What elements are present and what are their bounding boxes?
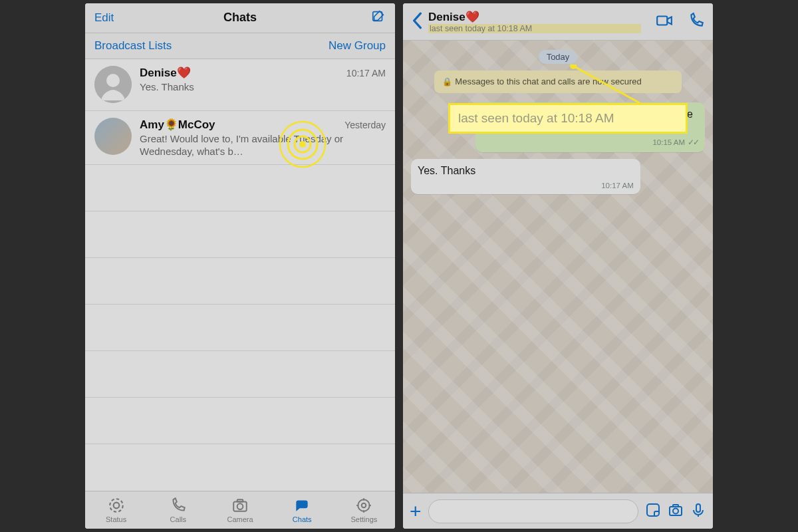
empty-row xyxy=(85,444,395,491)
empty-row xyxy=(85,398,395,444)
chats-title: Chats xyxy=(85,11,395,25)
peer-info[interactable]: Denise❤️ last seen today at 10:18 AM xyxy=(428,10,641,33)
status-icon xyxy=(108,497,125,514)
chat-row[interactable]: Denise❤️ 10:17 AM Yes. Thanks xyxy=(85,59,395,111)
chat-row[interactable]: Amy🌻McCoy Yesterday Great! Would love to… xyxy=(85,111,395,166)
chat-preview: Great! Would love to, I'm available Tues… xyxy=(140,133,386,158)
phone-icon xyxy=(170,497,187,514)
encryption-notice: 🔒Messages to this chat and calls are now… xyxy=(434,70,681,93)
tab-bar: Status Calls Camera Chats Settings xyxy=(85,491,395,529)
mic-icon xyxy=(690,502,706,518)
empty-row xyxy=(85,305,395,351)
video-icon xyxy=(656,12,673,29)
chat-preview: Yes. Thanks xyxy=(140,81,386,94)
svg-point-10 xyxy=(237,503,243,509)
chat-time: Yesterday xyxy=(344,120,386,130)
camera-icon xyxy=(231,497,249,514)
broadcast-lists-link[interactable]: Broadcast Lists xyxy=(94,39,172,53)
sticker-button[interactable] xyxy=(645,502,661,521)
phone-icon xyxy=(688,12,705,29)
tab-chats[interactable]: Chats xyxy=(271,491,333,529)
chat-name: Denise❤️ xyxy=(140,66,191,80)
message-text: Yes. Thanks xyxy=(418,165,475,176)
chats-subnav: Broadcast Lists New Group xyxy=(85,33,395,59)
message-area[interactable]: Today 🔒Messages to this chat and calls a… xyxy=(403,41,713,493)
chat-name: Amy🌻McCoy xyxy=(140,118,215,132)
gear-icon xyxy=(355,497,372,514)
chevron-left-icon xyxy=(411,12,423,29)
chats-icon xyxy=(293,497,311,514)
avatar xyxy=(94,66,132,103)
compose-button[interactable] xyxy=(371,9,386,27)
new-group-link[interactable]: New Group xyxy=(329,39,386,53)
voice-call-button[interactable] xyxy=(688,12,705,32)
message-outgoing[interactable]: Hi Denise! Just wondering if the items w… xyxy=(475,102,705,152)
svg-rect-25 xyxy=(696,504,700,512)
camera-icon xyxy=(668,502,684,518)
message-text: Hi Denise! Just wondering if the items w… xyxy=(482,108,693,134)
conversation-header: Denise❤️ last seen today at 10:18 AM xyxy=(403,3,713,41)
empty-row xyxy=(85,211,395,258)
peer-name: Denise❤️ xyxy=(428,10,641,24)
message-incoming[interactable]: Yes. Thanks 10:17 AM xyxy=(411,159,640,195)
conversation-screen: Denise❤️ last seen today at 10:18 AM Tod… xyxy=(403,3,713,529)
date-pill: Today xyxy=(539,50,578,64)
chats-screen: Edit Chats Broadcast Lists New Group Den… xyxy=(85,3,395,529)
svg-rect-21 xyxy=(647,504,659,516)
tab-label: Settings xyxy=(351,515,378,523)
tab-label: Chats xyxy=(293,515,312,523)
lock-icon: 🔒 xyxy=(442,77,452,86)
tab-label: Calls xyxy=(170,515,186,523)
tab-label: Camera xyxy=(227,515,253,523)
svg-point-13 xyxy=(362,503,366,508)
svg-point-12 xyxy=(358,500,370,511)
tab-calls[interactable]: Calls xyxy=(147,491,209,529)
message-time: 10:15 AM xyxy=(652,138,685,148)
message-input[interactable] xyxy=(428,499,638,523)
tab-status[interactable]: Status xyxy=(85,491,147,529)
video-call-button[interactable] xyxy=(656,12,673,32)
chats-navbar: Edit Chats xyxy=(85,3,395,33)
attach-button[interactable]: + xyxy=(410,501,422,521)
sticker-icon xyxy=(645,502,661,518)
svg-rect-11 xyxy=(237,500,243,502)
message-time: 10:17 AM xyxy=(601,181,634,191)
compose-icon xyxy=(371,9,386,24)
svg-point-23 xyxy=(673,508,678,513)
avatar xyxy=(94,118,132,155)
chat-list: Denise❤️ 10:17 AM Yes. Thanks Amy🌻McCoy … xyxy=(85,59,395,491)
svg-point-8 xyxy=(113,503,119,509)
camera-button[interactable] xyxy=(668,502,684,521)
tab-camera[interactable]: Camera xyxy=(209,491,271,529)
svg-point-7 xyxy=(110,499,123,512)
empty-row xyxy=(85,258,395,305)
empty-row xyxy=(85,165,395,211)
svg-point-20 xyxy=(570,65,577,69)
chat-time: 10:17 AM xyxy=(346,68,386,78)
read-ticks-icon: ✓✓ xyxy=(688,138,698,148)
tab-settings[interactable]: Settings xyxy=(333,491,395,529)
mic-button[interactable] xyxy=(690,502,706,521)
svg-rect-24 xyxy=(673,505,678,507)
svg-point-2 xyxy=(106,74,120,87)
peer-last-seen: last seen today at 10:18 AM xyxy=(428,24,641,33)
tab-label: Status xyxy=(106,515,126,523)
empty-row xyxy=(85,351,395,398)
back-button[interactable] xyxy=(411,12,423,32)
composer: + xyxy=(403,493,713,529)
svg-rect-18 xyxy=(657,16,667,25)
